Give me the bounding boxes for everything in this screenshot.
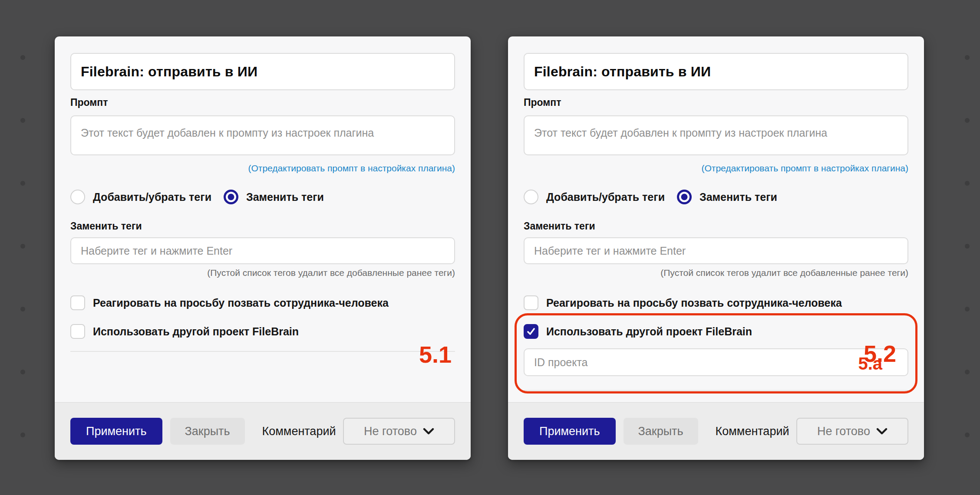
call-human-label: Реагировать на просьбу позвать сотрудник…	[546, 297, 842, 309]
annotation-5-1: 5.1	[419, 343, 452, 366]
status-value: Не готово	[364, 425, 417, 438]
project-id-placeholder: ID проекта	[534, 356, 588, 369]
other-project-checkbox[interactable]	[70, 324, 85, 339]
dialog-body: Filebrain: отправить в ИИ Промпт Этот те…	[508, 36, 924, 391]
radio-add-remove-tags[interactable]	[524, 190, 538, 204]
prompt-textarea[interactable]: Этот текст будет добавлен к промпту из н…	[524, 115, 908, 155]
title-input[interactable]: Filebrain: отправить в ИИ	[70, 53, 455, 90]
other-project-checkbox[interactable]	[524, 324, 538, 339]
tags-hint: (Пустой список тегов удалит все добавлен…	[207, 268, 455, 278]
other-project-label: Использовать другой проект FileBrain	[93, 325, 299, 338]
radio-add-remove-tags[interactable]	[70, 190, 85, 204]
status-dropdown[interactable]: Не готово	[796, 418, 908, 445]
chevron-down-icon	[876, 428, 888, 435]
radio-dot-icon	[228, 194, 234, 200]
tags-hint-row: (Пустой список тегов удалит все добавлен…	[70, 267, 455, 279]
project-id-input[interactable]: ID проекта 5.a	[524, 348, 908, 376]
prompt-textarea[interactable]: Этот текст будет добавлен к промпту из н…	[70, 115, 455, 155]
checkbox-row-call-human[interactable]: Реагировать на просьбу позвать сотрудник…	[524, 295, 908, 311]
radio-dot-icon	[681, 194, 688, 200]
tags-hint-row: (Пустой список тегов удалит все добавлен…	[524, 267, 908, 279]
chevron-down-icon	[423, 428, 434, 435]
apply-button[interactable]: Применить	[524, 418, 616, 445]
prompt-link-row: (Отредактировать промпт в настройках пла…	[70, 163, 455, 175]
call-human-checkbox[interactable]	[70, 295, 85, 310]
comment-button[interactable]: Комментарий	[262, 425, 336, 438]
prompt-label: Промпт	[524, 96, 908, 108]
edit-prompt-link[interactable]: (Отредактировать промпт в настройках пла…	[701, 163, 908, 173]
check-icon	[526, 326, 536, 337]
prompt-label: Промпт	[70, 96, 455, 108]
tags-label: Заменить теги	[524, 220, 908, 232]
tag-mode-radio-group: Добавить/убрать теги Заменить теги	[70, 190, 455, 204]
radio-replace-label: Заменить теги	[246, 191, 324, 203]
apply-button[interactable]: Применить	[70, 418, 162, 445]
prompt-link-row: (Отредактировать промпт в настройках пла…	[524, 163, 908, 175]
checkbox-row-other-project[interactable]: Использовать другой проект FileBrain	[524, 323, 908, 340]
tags-input[interactable]: Наберите тег и нажмите Enter	[524, 237, 908, 264]
close-button[interactable]: Закрыть	[624, 418, 698, 445]
prompt-placeholder: Этот текст будет добавлен к промпту из н…	[81, 127, 374, 139]
status-dropdown[interactable]: Не готово	[343, 418, 455, 445]
radio-add-remove-label: Добавить/убрать теги	[546, 191, 665, 203]
radio-replace-tags[interactable]	[224, 190, 238, 204]
checkbox-row-call-human[interactable]: Реагировать на просьбу позвать сотрудник…	[70, 295, 455, 311]
radio-add-remove-label: Добавить/убрать теги	[93, 191, 211, 203]
divider	[524, 390, 908, 391]
edit-prompt-link[interactable]: (Отредактировать промпт в настройках пла…	[248, 163, 455, 173]
checkbox-row-other-project[interactable]: Использовать другой проект FileBrain	[70, 323, 455, 340]
tags-hint: (Пустой список тегов удалит все добавлен…	[660, 268, 908, 278]
call-human-checkbox[interactable]	[524, 295, 538, 310]
filebrain-dialog-1: Filebrain: отправить в ИИ Промпт Этот те…	[55, 36, 471, 460]
divider	[70, 351, 455, 352]
annotation-5-2: 5.2	[864, 342, 896, 365]
title-value: Filebrain: отправить в ИИ	[534, 64, 711, 80]
tags-placeholder: Наберите тег и нажмите Enter	[534, 245, 686, 257]
title-input[interactable]: Filebrain: отправить в ИИ	[524, 53, 908, 90]
tag-mode-radio-group: Добавить/убрать теги Заменить теги	[524, 190, 908, 204]
prompt-placeholder: Этот текст будет добавлен к промпту из н…	[534, 127, 827, 139]
radio-replace-label: Заменить теги	[700, 191, 777, 203]
close-button[interactable]: Закрыть	[170, 418, 245, 445]
filebrain-dialog-2: Filebrain: отправить в ИИ Промпт Этот те…	[508, 36, 924, 460]
dialog-footer: Применить Закрыть Комментарий Не готово	[55, 402, 471, 460]
radio-replace-tags[interactable]	[677, 190, 692, 204]
tags-placeholder: Наберите тег и нажмите Enter	[81, 245, 232, 257]
tags-label: Заменить теги	[70, 220, 455, 232]
desktop-background: { "colors": { "background": "#4a4a4b", "…	[0, 0, 980, 495]
other-project-label: Использовать другой проект FileBrain	[546, 325, 752, 338]
dialog-footer: Применить Закрыть Комментарий Не готово	[508, 402, 924, 460]
tags-input[interactable]: Наберите тег и нажмите Enter	[70, 237, 455, 264]
title-value: Filebrain: отправить в ИИ	[81, 64, 257, 80]
dialog-body: Filebrain: отправить в ИИ Промпт Этот те…	[55, 36, 471, 352]
status-value: Не готово	[817, 425, 870, 438]
comment-button[interactable]: Комментарий	[716, 425, 789, 438]
call-human-label: Реагировать на просьбу позвать сотрудник…	[93, 297, 389, 309]
